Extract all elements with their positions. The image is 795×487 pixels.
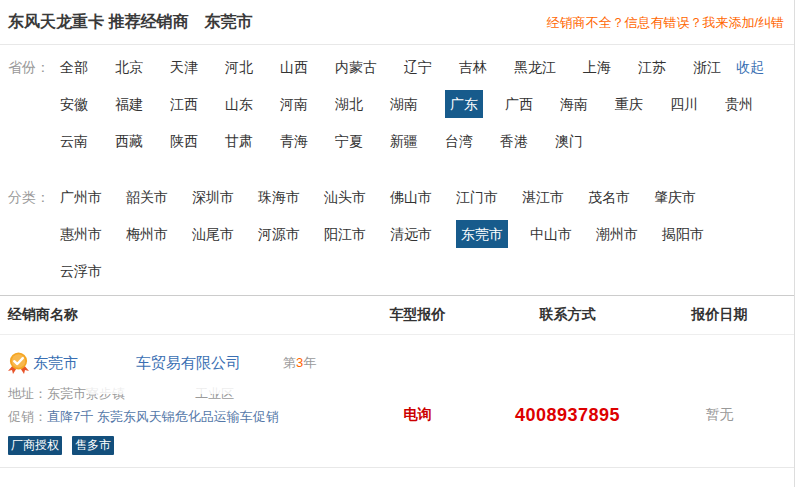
province-item[interactable]: 四川 [670, 92, 698, 116]
membership-year-badge: 第3年 [283, 354, 316, 372]
province-item[interactable]: 澳门 [555, 129, 583, 153]
column-header-quote-date: 报价日期 [645, 306, 794, 324]
censored-area [78, 355, 136, 371]
city-item[interactable]: 深圳市 [192, 185, 234, 209]
province-item[interactable]: 山西 [280, 55, 308, 79]
column-header-contact: 联系方式 [490, 306, 645, 324]
province-item[interactable]: 西藏 [115, 129, 143, 153]
province-item[interactable]: 海南 [560, 92, 588, 116]
province-item[interactable]: 贵州 [725, 92, 753, 116]
city-item[interactable]: 梅州市 [126, 222, 168, 246]
province-item[interactable]: 全部 [60, 55, 88, 79]
province-item[interactable]: 内蒙古 [335, 55, 377, 79]
city-item[interactable]: 湛江市 [522, 185, 564, 209]
model-quote-cell: 电询 [345, 351, 490, 455]
province-item[interactable]: 广东 [445, 90, 483, 118]
province-item[interactable]: 江苏 [638, 55, 666, 79]
city-filter: 分类：广州市韶关市深圳市珠海市汕头市佛山市江门市湛江市茂名市肇庆市 惠州市梅州市… [0, 175, 794, 283]
province-item[interactable]: 吉林 [459, 55, 487, 79]
dealer-badge: 售多市 [72, 436, 114, 455]
column-header-model-quote: 车型报价 [345, 306, 490, 324]
province-row-3: 云南西藏陕西甘肃青海宁夏新疆台湾香港澳门 [60, 129, 786, 153]
province-item[interactable]: 台湾 [445, 129, 473, 153]
province-item[interactable]: 黑龙江 [514, 55, 556, 79]
city-item[interactable]: 惠州市 [60, 222, 102, 246]
dealer-name-line: 东莞市车贸易有限公司 第3年 [8, 351, 345, 375]
contact-cell: 4008937895 [490, 351, 645, 455]
city-item[interactable]: 东莞市 [456, 220, 508, 248]
dealer-badges: 厂商授权售多市 [8, 435, 345, 455]
address-text: 东莞市寮步镇工业区 [47, 386, 234, 401]
page-title: 东风天龙重卡 推荐经销商 东莞市 [8, 12, 252, 33]
city-item[interactable]: 珠海市 [258, 185, 300, 209]
inquiry-link[interactable]: 电询 [404, 406, 432, 422]
dealer-name-prefix: 东莞市 [33, 354, 78, 373]
province-item[interactable]: 上海 [583, 55, 611, 79]
quote-date-cell: 暂无 [645, 351, 794, 455]
city-item[interactable]: 中山市 [530, 222, 572, 246]
address-line: 地址：东莞市寮步镇工业区 [8, 386, 345, 402]
city-item[interactable]: 清远市 [390, 222, 432, 246]
city-item[interactable]: 韶关市 [126, 185, 168, 209]
censor-overlay [87, 383, 287, 394]
province-item[interactable]: 湖南 [390, 92, 418, 116]
province-item[interactable]: 宁夏 [335, 129, 363, 153]
promo-link[interactable]: 直降7千 东莞东风天锦危化品运输车促销 [47, 409, 279, 424]
province-item[interactable]: 河南 [280, 92, 308, 116]
city-item[interactable]: 云浮市 [60, 259, 102, 283]
collapse-link[interactable]: 收起 [736, 55, 764, 79]
dealer-info-cell: 东莞市车贸易有限公司 第3年 地址：东莞市寮步镇工业区 促销：直降7千 东莞东风… [0, 351, 345, 455]
province-row-1: 省份：全部北京天津河北山西内蒙古辽宁吉林黑龙江上海江苏浙江 收起 [8, 55, 786, 79]
dealer-name-link[interactable]: 东莞市车贸易有限公司 [33, 354, 241, 373]
city-item[interactable]: 揭阳市 [662, 222, 704, 246]
province-item[interactable]: 辽宁 [404, 55, 432, 79]
province-item[interactable]: 山东 [225, 92, 253, 116]
column-header-dealer-name: 经销商名称 [0, 306, 345, 324]
city-filter-label: 分类： [8, 185, 60, 209]
dealer-badge: 厂商授权 [8, 436, 62, 455]
dealer-list-page: 东风天龙重卡 推荐经销商 东莞市 经销商不全？信息有错误？我来添加/纠错 省份：… [0, 0, 795, 487]
table-header: 经销商名称 车型报价 联系方式 报价日期 [0, 295, 794, 335]
province-item[interactable]: 江西 [170, 92, 198, 116]
province-item[interactable]: 新疆 [390, 129, 418, 153]
province-item[interactable]: 广西 [505, 92, 533, 116]
city-item[interactable]: 阳江市 [324, 222, 366, 246]
province-item[interactable]: 浙江 [693, 55, 721, 79]
province-item[interactable]: 湖北 [335, 92, 363, 116]
province-item[interactable]: 青海 [280, 129, 308, 153]
province-item[interactable]: 河北 [225, 55, 253, 79]
province-item[interactable]: 天津 [170, 55, 198, 79]
city-item[interactable]: 佛山市 [390, 185, 432, 209]
province-item[interactable]: 香港 [500, 129, 528, 153]
city-item[interactable]: 河源市 [258, 222, 300, 246]
province-item[interactable]: 甘肃 [225, 129, 253, 153]
province-item[interactable]: 安徽 [60, 92, 88, 116]
city-item[interactable]: 肇庆市 [654, 185, 696, 209]
address-label: 地址： [8, 386, 47, 401]
city-item[interactable]: 汕头市 [324, 185, 366, 209]
city-item[interactable]: 茂名市 [588, 185, 630, 209]
province-filter: 省份：全部北京天津河北山西内蒙古辽宁吉林黑龙江上海江苏浙江 收起 安徽福建江西山… [0, 45, 794, 153]
province-item[interactable]: 北京 [115, 55, 143, 79]
promo-label: 促销： [8, 409, 47, 424]
province-item[interactable]: 福建 [115, 92, 143, 116]
correction-link[interactable]: 经销商不全？信息有错误？我来添加/纠错 [546, 14, 784, 32]
phone-number: 4008937895 [515, 405, 620, 425]
city-item[interactable]: 江门市 [456, 185, 498, 209]
quote-date-value: 暂无 [706, 406, 734, 422]
province-item[interactable]: 陕西 [170, 129, 198, 153]
page-header: 东风天龙重卡 推荐经销商 东莞市 经销商不全？信息有错误？我来添加/纠错 [0, 0, 794, 45]
city-item[interactable]: 潮州市 [596, 222, 638, 246]
province-item[interactable]: 云南 [60, 129, 88, 153]
city-row-3: 云浮市 [60, 259, 786, 283]
province-item[interactable]: 重庆 [615, 92, 643, 116]
city-row-1: 分类：广州市韶关市深圳市珠海市汕头市佛山市江门市湛江市茂名市肇庆市 [8, 185, 786, 209]
city-row-2: 惠州市梅州市汕尾市河源市阳江市清远市东莞市中山市潮州市揭阳市 [60, 220, 786, 248]
city-item[interactable]: 广州市 [60, 185, 102, 209]
city-item[interactable]: 汕尾市 [192, 222, 234, 246]
table-row: 东莞市车贸易有限公司 第3年 地址：东莞市寮步镇工业区 促销：直降7千 东莞东风… [0, 335, 794, 468]
province-filter-label: 省份： [8, 55, 60, 79]
dealer-name-suffix: 车贸易有限公司 [136, 354, 241, 373]
promo-line: 促销：直降7千 东莞东风天锦危化品运输车促销 [8, 409, 345, 425]
certified-medal-icon [8, 352, 29, 375]
